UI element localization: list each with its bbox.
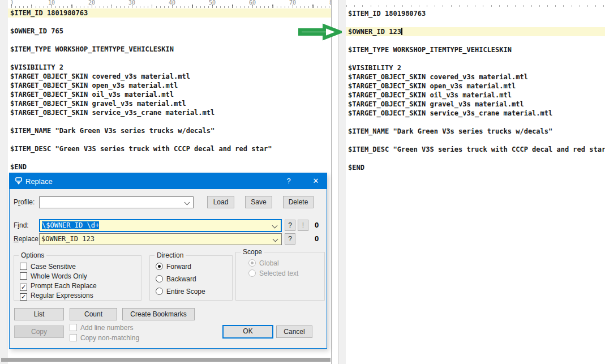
code-line[interactable]: $TARGET_OBJECT_SKIN oil_v3s material.mtl xyxy=(346,91,605,100)
code-line[interactable]: $VISIBILITY 2 xyxy=(8,63,331,72)
horizontal-scrollbar[interactable] xyxy=(1,358,331,362)
checkbox-case-sensitive[interactable]: Case Sensitive xyxy=(20,263,76,272)
code-line[interactable]: $TARGET_OBJECT_SKIN covered_v3s material… xyxy=(8,72,331,81)
checkbox-checked-icon: ✓ xyxy=(20,293,27,301)
checkbox-regular-expressions[interactable]: ✓Regular Expressions xyxy=(20,292,93,301)
chevron-down-icon[interactable] xyxy=(272,223,278,229)
right-editor-text[interactable]: $ITEM_ID 1801980763$OWNER_ID 123$ITEM_TY… xyxy=(346,9,605,172)
checkbox-label: Case Sensitive xyxy=(31,263,76,271)
replace-count: 0 xyxy=(315,234,319,243)
checkbox-unchecked-icon xyxy=(20,263,27,270)
code-line[interactable]: $ITEM_TYPE WORKSHOP_ITEMTYPE_VEHICLESKIN xyxy=(8,45,331,54)
options-group-title: Options xyxy=(19,251,46,259)
code-line[interactable] xyxy=(346,118,605,127)
list-button[interactable]: List xyxy=(14,308,64,320)
checkbox-whole-words-only[interactable]: Whole Words Only xyxy=(20,272,87,282)
count-button[interactable]: Count xyxy=(70,308,117,320)
code-line[interactable]: $TARGET_OBJECT_SKIN covered_v3s material… xyxy=(346,72,605,82)
options-group: Options Case SensitiveWhole Words Only✓P… xyxy=(14,255,141,301)
code-line[interactable]: $VISIBILITY 2 xyxy=(346,63,605,72)
chevron-down-icon[interactable] xyxy=(184,200,190,205)
arrow-right-icon xyxy=(298,23,342,41)
code-line[interactable] xyxy=(346,154,605,163)
code-line[interactable]: $ITEM_DESC "Green V3S series truck with … xyxy=(8,144,331,153)
chevron-down-icon[interactable] xyxy=(273,237,278,242)
code-line[interactable]: $TARGET_OBJECT_SKIN service_v3s_crane ma… xyxy=(8,108,331,117)
radio-selected-icon xyxy=(156,263,163,270)
radio-selected-icon xyxy=(248,259,256,267)
radio-label: Global xyxy=(259,259,279,267)
replace-label: Replace: xyxy=(14,233,40,245)
radio-global[interactable]: Global xyxy=(248,259,279,269)
code-line[interactable]: $OWNER_ID 765 xyxy=(8,27,331,36)
dialog-titlebar[interactable]: Replace ? ✕ xyxy=(10,173,327,189)
checkbox-label: Whole Words Only xyxy=(31,272,87,280)
radio-backward[interactable]: Backward xyxy=(156,275,196,285)
radio-entire-scope[interactable]: Entire Scope xyxy=(156,288,205,297)
code-line[interactable]: $ITEM_NAME "Dark Green V3s series trucks… xyxy=(346,127,605,136)
app-window: 01020304050607080 $ITEM_ID 1801980763$OW… xyxy=(0,0,605,364)
radio-unselected-icon xyxy=(156,288,163,295)
find-label: Find: xyxy=(14,220,29,232)
radio-selected-text[interactable]: Selected text xyxy=(248,269,298,279)
add-line-numbers-checkbox[interactable]: Add line numbers xyxy=(70,324,133,333)
code-line[interactable] xyxy=(8,18,331,27)
right-editor-pane[interactable]: $ITEM_ID 1801980763$OWNER_ID 123$ITEM_TY… xyxy=(338,0,605,364)
radio-unselected-icon xyxy=(248,269,256,277)
code-line[interactable]: $END xyxy=(8,162,331,172)
dialog-close-button[interactable]: ✕ xyxy=(306,173,325,189)
copy-button[interactable]: Copy xyxy=(14,326,64,338)
checkbox-checked-icon: ✓ xyxy=(20,284,27,291)
cancel-button[interactable]: Cancel xyxy=(276,326,312,338)
code-line[interactable]: $ITEM_TYPE WORKSHOP_ITEMTYPE_VEHICLESKIN xyxy=(346,45,605,54)
find-regex-help-button[interactable]: ? xyxy=(285,220,295,231)
create-bookmarks-button[interactable]: Create Bookmarks xyxy=(122,308,195,320)
radio-label: Entire Scope xyxy=(166,288,205,296)
code-line[interactable]: $END xyxy=(346,163,605,172)
code-line[interactable] xyxy=(8,117,331,126)
replace-dialog-icon xyxy=(14,177,23,187)
code-line[interactable] xyxy=(8,54,331,63)
code-line[interactable] xyxy=(346,54,605,63)
code-line[interactable]: $ITEM_DESC "Green V3S series truck with … xyxy=(346,145,605,154)
checkbox-prompt-each-replace[interactable]: ✓Prompt Each Replace xyxy=(20,282,97,292)
code-line[interactable] xyxy=(346,18,605,27)
radio-forward[interactable]: Forward xyxy=(156,263,191,272)
code-line[interactable]: $ITEM_ID 1801980763 xyxy=(8,8,331,18)
dialog-help-button[interactable]: ? xyxy=(280,173,297,189)
code-line[interactable]: $OWNER_ID 123 xyxy=(346,27,605,36)
find-input[interactable]: \$OWNER_ID \d+ xyxy=(39,219,282,232)
radio-label: Backward xyxy=(166,275,196,283)
code-line[interactable]: $TARGET_OBJECT_SKIN service_v3s_crane ma… xyxy=(346,109,605,118)
profile-label: Profile: xyxy=(14,196,35,208)
load-button[interactable]: Load xyxy=(207,196,234,208)
code-line[interactable]: $TARGET_OBJECT_SKIN gravel_v3s material.… xyxy=(8,99,331,108)
code-line[interactable]: $TARGET_OBJECT_SKIN open_v3s material.mt… xyxy=(8,81,331,90)
code-line[interactable] xyxy=(8,135,331,144)
checkbox-label: Regular Expressions xyxy=(31,292,93,299)
code-line[interactable] xyxy=(346,36,605,45)
code-line[interactable]: $TARGET_OBJECT_SKIN oil_v3s material.mtl xyxy=(8,90,331,99)
replace-input[interactable]: $OWNER_ID 123 xyxy=(39,233,282,245)
replace-regex-help-button[interactable]: ? xyxy=(285,233,295,245)
code-line[interactable]: $TARGET_OBJECT_SKIN gravel_v3s material.… xyxy=(346,100,605,109)
copy-non-matching-checkbox[interactable]: Copy non-matching xyxy=(70,334,139,344)
ok-button[interactable]: OK xyxy=(222,325,273,339)
code-line[interactable] xyxy=(346,136,605,145)
code-line[interactable]: $ITEM_ID 1801980763 xyxy=(346,9,605,18)
code-line[interactable]: $TARGET_OBJECT_SKIN open_v3s material.mt… xyxy=(346,82,605,91)
code-line[interactable]: $ITEM_NAME "Dark Green V3s series trucks… xyxy=(8,126,331,135)
radio-unselected-icon xyxy=(156,275,163,282)
checkbox-unchecked-icon xyxy=(20,272,27,280)
text-caret xyxy=(401,28,402,35)
code-line[interactable] xyxy=(8,153,331,162)
delete-button[interactable]: Delete xyxy=(283,196,314,208)
find-count: 0 xyxy=(315,221,319,229)
find-warning-button[interactable]: ! xyxy=(298,220,308,231)
right-column-ruler-ticks xyxy=(346,5,605,7)
save-button[interactable]: Save xyxy=(245,196,272,208)
profile-combobox[interactable] xyxy=(39,196,194,208)
code-line[interactable] xyxy=(8,36,331,45)
left-editor-text[interactable]: $ITEM_ID 1801980763$OWNER_ID 765$ITEM_TY… xyxy=(8,8,331,172)
green-arrow-annotation xyxy=(298,23,342,41)
